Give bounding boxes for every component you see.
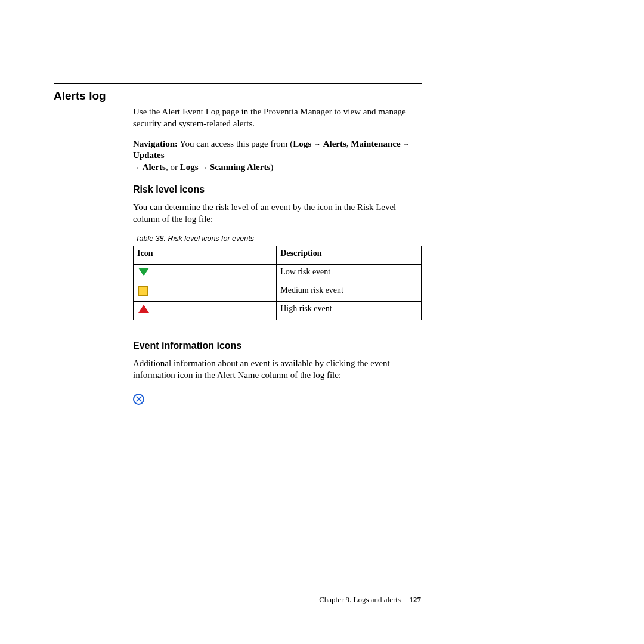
event-info-paragraph: Additional information about an event is… xyxy=(133,358,422,382)
nav-logs-2: Logs xyxy=(180,162,199,172)
arrow-icon: → xyxy=(200,163,208,172)
arrow-icon: → xyxy=(402,140,410,148)
top-rule xyxy=(54,83,422,84)
nav-alerts-2: Alerts xyxy=(143,162,166,172)
table-row: Low risk event xyxy=(134,265,422,283)
arrow-icon: → xyxy=(133,163,140,172)
nav-lead: You can access this page from ( xyxy=(178,139,293,148)
section-heading-risk: Risk level icons xyxy=(133,183,422,196)
low-risk-icon xyxy=(138,268,149,276)
page: Alerts log Use the Alert Event Log page … xyxy=(0,0,644,644)
nav-logs-1: Logs xyxy=(293,139,311,148)
icon-cell-low xyxy=(134,265,277,283)
footer-page-number: 127 xyxy=(410,595,422,605)
section-heading-event-info: Event information icons xyxy=(133,339,422,352)
nav-sep-2: , or xyxy=(166,162,180,172)
medium-risk-icon xyxy=(138,286,148,296)
navigation-paragraph: Navigation: You can access this page fro… xyxy=(133,138,422,174)
nav-label: Navigation: xyxy=(133,139,178,148)
col-header-icon: Icon xyxy=(134,246,277,265)
nav-updates: Updates xyxy=(133,150,165,160)
page-title: Alerts log xyxy=(54,89,106,103)
footer-chapter: Chapter 9. Logs and alerts xyxy=(319,595,401,605)
nav-tail: ) xyxy=(270,162,273,172)
nav-alerts-1: Alerts xyxy=(323,139,346,148)
table-row: High risk event xyxy=(134,302,422,320)
desc-cell-low: Low risk event xyxy=(277,265,422,283)
nav-maintenance: Maintenance xyxy=(351,139,400,148)
event-info-icon xyxy=(133,394,144,405)
risk-level-table: Icon Description Low risk event Medium r… xyxy=(133,246,422,320)
table-caption: Table 38. Risk level icons for events xyxy=(135,234,422,244)
icon-cell-high xyxy=(134,302,277,320)
table-header-row: Icon Description xyxy=(134,246,422,265)
icon-cell-medium xyxy=(134,283,277,302)
body-column: Use the Alert Event Log page in the Prov… xyxy=(133,106,422,408)
intro-paragraph: Use the Alert Event Log page in the Prov… xyxy=(133,106,422,130)
col-header-desc: Description xyxy=(277,246,422,265)
nav-scanning-alerts: Scanning Alerts xyxy=(210,162,270,172)
desc-cell-medium: Medium risk event xyxy=(277,283,422,302)
arrow-icon: → xyxy=(314,140,321,148)
table-row: Medium risk event xyxy=(134,283,422,302)
desc-cell-high: High risk event xyxy=(277,302,422,320)
high-risk-icon xyxy=(138,305,149,313)
risk-paragraph: You can determine the risk level of an e… xyxy=(133,202,422,225)
